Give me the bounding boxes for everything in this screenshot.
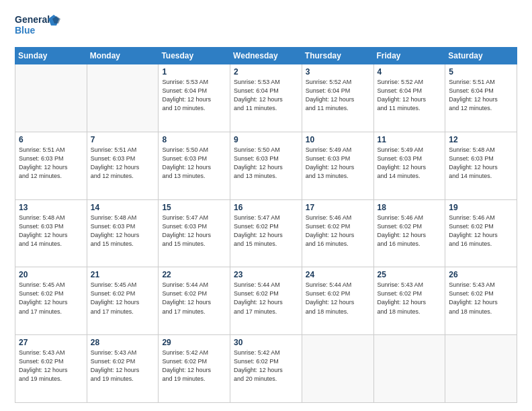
- calendar-cell: 21Sunrise: 5:45 AM Sunset: 6:02 PM Dayli…: [87, 267, 159, 335]
- day-number: 19: [449, 203, 513, 212]
- day-number: 18: [378, 203, 442, 212]
- day-info: Sunrise: 5:46 AM Sunset: 6:02 PM Dayligh…: [306, 214, 370, 248]
- day-number: 23: [234, 270, 298, 279]
- day-number: 2: [234, 67, 298, 77]
- day-header-tuesday: Tuesday: [159, 48, 230, 64]
- day-info: Sunrise: 5:46 AM Sunset: 6:02 PM Dayligh…: [449, 214, 513, 248]
- calendar-cell: 3Sunrise: 5:52 AM Sunset: 6:04 PM Daylig…: [302, 64, 373, 132]
- svg-text:Blue: Blue: [15, 25, 36, 36]
- calendar-cell: 5Sunrise: 5:51 AM Sunset: 6:04 PM Daylig…: [445, 64, 517, 132]
- calendar-cell: [445, 335, 517, 403]
- day-info: Sunrise: 5:51 AM Sunset: 6:04 PM Dayligh…: [449, 78, 513, 113]
- calendar-cell: 14Sunrise: 5:48 AM Sunset: 6:03 PM Dayli…: [87, 199, 159, 267]
- calendar-cell: 12Sunrise: 5:48 AM Sunset: 6:03 PM Dayli…: [445, 132, 517, 199]
- day-info: Sunrise: 5:49 AM Sunset: 6:03 PM Dayligh…: [378, 146, 442, 181]
- calendar-cell: 26Sunrise: 5:43 AM Sunset: 6:02 PM Dayli…: [445, 267, 517, 335]
- calendar-cell: 6Sunrise: 5:51 AM Sunset: 6:03 PM Daylig…: [15, 132, 87, 199]
- day-info: Sunrise: 5:42 AM Sunset: 6:02 PM Dayligh…: [162, 349, 226, 383]
- logo-svg: General Blue: [15, 12, 62, 40]
- day-info: Sunrise: 5:43 AM Sunset: 6:02 PM Dayligh…: [19, 349, 83, 383]
- calendar-cell: 27Sunrise: 5:43 AM Sunset: 6:02 PM Dayli…: [15, 335, 87, 403]
- day-info: Sunrise: 5:44 AM Sunset: 6:02 PM Dayligh…: [306, 281, 370, 316]
- day-info: Sunrise: 5:43 AM Sunset: 6:02 PM Dayligh…: [91, 349, 155, 383]
- calendar-cell: 2Sunrise: 5:53 AM Sunset: 6:04 PM Daylig…: [230, 64, 302, 132]
- calendar-cell: 8Sunrise: 5:50 AM Sunset: 6:03 PM Daylig…: [159, 132, 230, 199]
- calendar-cell: 18Sunrise: 5:46 AM Sunset: 6:02 PM Dayli…: [373, 199, 445, 267]
- day-info: Sunrise: 5:45 AM Sunset: 6:02 PM Dayligh…: [91, 281, 155, 316]
- day-number: 9: [234, 135, 298, 144]
- day-info: Sunrise: 5:45 AM Sunset: 6:02 PM Dayligh…: [19, 281, 83, 316]
- calendar-cell: 15Sunrise: 5:47 AM Sunset: 6:03 PM Dayli…: [159, 199, 230, 267]
- day-number: 22: [162, 270, 226, 279]
- day-info: Sunrise: 5:51 AM Sunset: 6:03 PM Dayligh…: [19, 146, 83, 181]
- day-number: 1: [162, 67, 226, 77]
- day-header-wednesday: Wednesday: [230, 48, 302, 64]
- logo: General Blue: [15, 12, 62, 40]
- day-info: Sunrise: 5:50 AM Sunset: 6:03 PM Dayligh…: [234, 146, 298, 181]
- day-info: Sunrise: 5:47 AM Sunset: 6:03 PM Dayligh…: [162, 214, 226, 248]
- day-number: 27: [19, 338, 83, 347]
- day-info: Sunrise: 5:49 AM Sunset: 6:03 PM Dayligh…: [306, 146, 370, 181]
- calendar-cell: 13Sunrise: 5:48 AM Sunset: 6:03 PM Dayli…: [15, 199, 87, 267]
- day-number: 26: [449, 270, 513, 279]
- calendar-cell: [87, 64, 159, 132]
- week-row-2: 13Sunrise: 5:48 AM Sunset: 6:03 PM Dayli…: [15, 199, 517, 267]
- calendar-cell: 28Sunrise: 5:43 AM Sunset: 6:02 PM Dayli…: [87, 335, 159, 403]
- week-row-3: 20Sunrise: 5:45 AM Sunset: 6:02 PM Dayli…: [15, 267, 517, 335]
- day-number: 11: [378, 135, 442, 144]
- day-number: 15: [162, 203, 226, 212]
- day-number: 21: [91, 270, 155, 279]
- week-row-0: 1Sunrise: 5:53 AM Sunset: 6:04 PM Daylig…: [15, 64, 517, 132]
- day-number: 25: [378, 270, 442, 279]
- day-number: 7: [91, 135, 155, 144]
- day-info: Sunrise: 5:47 AM Sunset: 6:02 PM Dayligh…: [234, 214, 298, 248]
- day-number: 20: [19, 270, 83, 279]
- calendar-cell: [302, 335, 373, 403]
- day-info: Sunrise: 5:48 AM Sunset: 6:03 PM Dayligh…: [19, 214, 83, 248]
- day-number: 28: [91, 338, 155, 347]
- day-info: Sunrise: 5:48 AM Sunset: 6:03 PM Dayligh…: [91, 214, 155, 248]
- day-header-thursday: Thursday: [302, 48, 373, 64]
- day-number: 8: [162, 135, 226, 144]
- day-info: Sunrise: 5:44 AM Sunset: 6:02 PM Dayligh…: [162, 281, 226, 316]
- day-info: Sunrise: 5:52 AM Sunset: 6:04 PM Dayligh…: [378, 78, 442, 113]
- calendar-cell: 11Sunrise: 5:49 AM Sunset: 6:03 PM Dayli…: [373, 132, 445, 199]
- day-header-saturday: Saturday: [445, 48, 517, 64]
- calendar-cell: 22Sunrise: 5:44 AM Sunset: 6:02 PM Dayli…: [159, 267, 230, 335]
- day-number: 6: [19, 135, 83, 144]
- day-info: Sunrise: 5:44 AM Sunset: 6:02 PM Dayligh…: [234, 281, 298, 316]
- day-number: 29: [162, 338, 226, 347]
- day-header-friday: Friday: [373, 48, 445, 64]
- day-info: Sunrise: 5:46 AM Sunset: 6:02 PM Dayligh…: [378, 214, 442, 248]
- day-info: Sunrise: 5:43 AM Sunset: 6:02 PM Dayligh…: [378, 281, 442, 316]
- day-info: Sunrise: 5:53 AM Sunset: 6:04 PM Dayligh…: [162, 78, 226, 113]
- svg-text:General: General: [15, 14, 50, 25]
- day-number: 13: [19, 203, 83, 212]
- calendar-cell: 30Sunrise: 5:42 AM Sunset: 6:02 PM Dayli…: [230, 335, 302, 403]
- calendar-cell: 29Sunrise: 5:42 AM Sunset: 6:02 PM Dayli…: [159, 335, 230, 403]
- calendar-cell: 9Sunrise: 5:50 AM Sunset: 6:03 PM Daylig…: [230, 132, 302, 199]
- day-number: 3: [306, 67, 370, 77]
- day-number: 16: [234, 203, 298, 212]
- day-header-monday: Monday: [87, 48, 159, 64]
- calendar-table: SundayMondayTuesdayWednesdayThursdayFrid…: [15, 47, 517, 403]
- calendar-page: General Blue SundayMondayTuesdayWednesda…: [0, 0, 532, 411]
- calendar-cell: [373, 335, 445, 403]
- calendar-cell: 16Sunrise: 5:47 AM Sunset: 6:02 PM Dayli…: [230, 199, 302, 267]
- calendar-cell: 17Sunrise: 5:46 AM Sunset: 6:02 PM Dayli…: [302, 199, 373, 267]
- day-number: 12: [449, 135, 513, 144]
- day-info: Sunrise: 5:51 AM Sunset: 6:03 PM Dayligh…: [91, 146, 155, 181]
- calendar-cell: 7Sunrise: 5:51 AM Sunset: 6:03 PM Daylig…: [87, 132, 159, 199]
- calendar-cell: 24Sunrise: 5:44 AM Sunset: 6:02 PM Dayli…: [302, 267, 373, 335]
- calendar-cell: 1Sunrise: 5:53 AM Sunset: 6:04 PM Daylig…: [159, 64, 230, 132]
- calendar-cell: 20Sunrise: 5:45 AM Sunset: 6:02 PM Dayli…: [15, 267, 87, 335]
- calendar-cell: [15, 64, 87, 132]
- day-header-sunday: Sunday: [15, 48, 87, 64]
- calendar-cell: 25Sunrise: 5:43 AM Sunset: 6:02 PM Dayli…: [373, 267, 445, 335]
- day-number: 17: [306, 203, 370, 212]
- day-number: 10: [306, 135, 370, 144]
- header: General Blue: [15, 12, 517, 40]
- day-info: Sunrise: 5:42 AM Sunset: 6:02 PM Dayligh…: [234, 349, 298, 383]
- day-number: 5: [449, 67, 513, 77]
- day-number: 30: [234, 338, 298, 347]
